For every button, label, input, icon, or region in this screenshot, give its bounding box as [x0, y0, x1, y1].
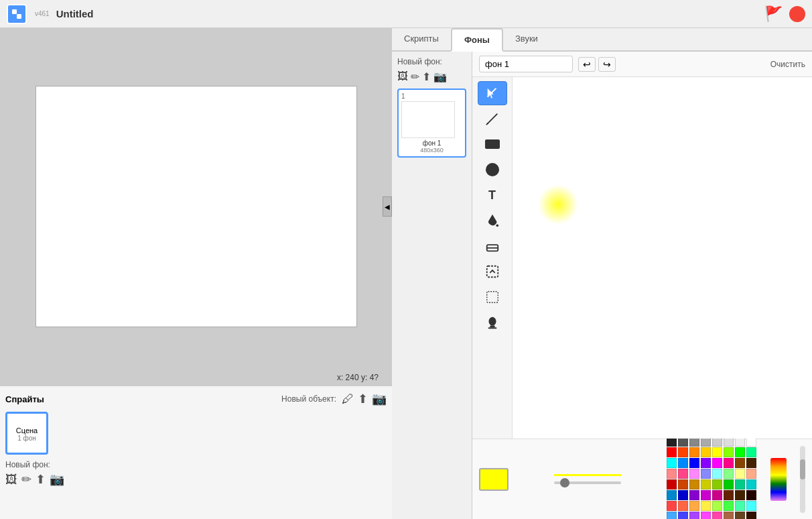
collapse-button[interactable]: ◀ [383, 196, 392, 217]
stamp-tool-button[interactable] [478, 310, 507, 335]
color-swatch[interactable] [724, 490, 734, 500]
color-swatch[interactable] [712, 501, 722, 511]
bg-image-icon[interactable]: 🖼 [5, 473, 17, 487]
stop-button[interactable] [789, 6, 805, 22]
tab-backdrops[interactable]: Фоны [451, 28, 503, 52]
pencil-tool-button[interactable] [478, 107, 507, 131]
color-swatch[interactable] [735, 490, 745, 500]
bg-camera-icon[interactable]: 📷 [50, 472, 64, 487]
color-swatch[interactable] [701, 479, 711, 489]
color-swatch[interactable] [667, 490, 677, 500]
svg-rect-13 [488, 327, 496, 329]
color-swatch[interactable] [746, 512, 756, 519]
color-swatch[interactable] [667, 447, 677, 457]
sprite-camera-icon[interactable]: 📷 [372, 392, 387, 406]
bd-paint-icon[interactable]: ✏ [411, 70, 419, 83]
backdrop-item[interactable]: 1 фон 1 480x360 [397, 89, 466, 158]
color-swatch[interactable] [678, 479, 688, 489]
color-swatch[interactable] [724, 501, 734, 511]
sprite-paint-icon[interactable]: 🖊 [342, 392, 354, 406]
color-swatch[interactable] [678, 458, 688, 468]
tab-sounds[interactable]: Звуки [503, 28, 550, 52]
color-swatch[interactable] [712, 469, 722, 479]
color-swatch[interactable] [689, 490, 699, 500]
color-swatch[interactable] [712, 458, 722, 468]
app-version: v461 [35, 10, 50, 17]
color-swatch[interactable] [701, 490, 711, 500]
color-swatch[interactable] [678, 512, 688, 519]
eraser-tool-button[interactable] [478, 234, 507, 258]
color-swatch[interactable] [689, 447, 699, 457]
color-swatch[interactable] [701, 458, 711, 468]
bg-upload-icon[interactable]: ⬆ [36, 472, 46, 487]
tab-scripts[interactable]: Скрипты [392, 28, 451, 52]
color-swatch[interactable] [746, 501, 756, 511]
backdrop-name-input[interactable] [479, 56, 573, 72]
bd-camera-icon[interactable]: 📷 [433, 70, 447, 83]
color-swatch[interactable] [712, 490, 722, 500]
bd-upload-icon[interactable]: ⬆ [422, 70, 431, 83]
brush-size-slider[interactable] [554, 481, 621, 484]
color-swatch[interactable] [712, 447, 722, 457]
color-swatch[interactable] [667, 469, 677, 479]
backdrop-icons: 🖼 ✏ ⬆ 📷 [397, 70, 466, 83]
redo-button[interactable]: ↪ [598, 57, 616, 72]
color-swatch[interactable] [689, 479, 699, 489]
color-swatch[interactable] [735, 469, 745, 479]
color-swatch[interactable] [746, 447, 756, 457]
right-panel: Скрипты Фоны Звуки Новый фон: 🖼 ✏ ⬆ 📷 1 … [392, 28, 812, 519]
selected-color-swatch[interactable] [479, 468, 509, 491]
color-swatch[interactable] [689, 469, 699, 479]
color-swatch[interactable] [746, 490, 756, 500]
color-swatch[interactable] [746, 469, 756, 479]
svg-rect-6 [496, 225, 498, 227]
color-swatch[interactable] [678, 469, 688, 479]
color-swatch[interactable] [667, 458, 677, 468]
color-swatch[interactable] [689, 501, 699, 511]
color-swatch[interactable] [724, 469, 734, 479]
sprite-upload-icon[interactable]: ⬆ [358, 392, 368, 406]
select-region-tool-button[interactable] [478, 260, 507, 284]
color-swatch[interactable] [735, 479, 745, 489]
color-swatch[interactable] [746, 479, 756, 489]
color-swatch[interactable] [724, 512, 734, 519]
color-swatch[interactable] [678, 447, 688, 457]
rainbow-color-button[interactable] [770, 458, 787, 501]
new-background-section: Новый фон: 🖼 ✏ ⬆ 📷 [5, 460, 387, 487]
canvas-area[interactable] [513, 77, 812, 439]
color-swatch[interactable] [701, 512, 711, 519]
color-swatch[interactable] [735, 512, 745, 519]
color-swatch[interactable] [667, 501, 677, 511]
color-swatch[interactable] [701, 501, 711, 511]
color-swatch[interactable] [712, 479, 722, 489]
fill-tool-button[interactable] [478, 209, 507, 233]
color-swatch[interactable] [701, 469, 711, 479]
color-swatch[interactable] [746, 458, 756, 468]
scene-thumbnail[interactable]: Сцена 1 фон [5, 412, 48, 455]
color-swatch[interactable] [735, 458, 745, 468]
color-swatch[interactable] [678, 490, 688, 500]
green-flag-button[interactable]: 🚩 [764, 5, 783, 23]
clear-button[interactable]: Очистить [770, 60, 805, 69]
color-swatch[interactable] [678, 501, 688, 511]
color-swatch[interactable] [689, 512, 699, 519]
undo-button[interactable]: ↩ [578, 57, 596, 72]
color-swatch[interactable] [735, 447, 745, 457]
bd-image-icon[interactable]: 🖼 [397, 70, 408, 83]
color-swatch[interactable] [724, 447, 734, 457]
palette-scrollbar[interactable] [800, 446, 805, 513]
color-swatch[interactable] [701, 447, 711, 457]
color-swatch[interactable] [667, 479, 677, 489]
color-swatch[interactable] [724, 479, 734, 489]
color-swatch[interactable] [724, 458, 734, 468]
bg-paint-icon[interactable]: ✏ [21, 472, 31, 487]
color-swatch[interactable] [689, 458, 699, 468]
ellipse-tool-button[interactable] [478, 158, 507, 182]
color-swatch[interactable] [735, 501, 745, 511]
rect-fill-tool-button[interactable] [478, 132, 507, 156]
color-swatch[interactable] [667, 512, 677, 519]
color-swatch[interactable] [712, 512, 722, 519]
text-tool-button[interactable]: T [478, 183, 507, 207]
select-tool-button[interactable] [478, 81, 507, 105]
marquee-tool-button[interactable] [478, 285, 507, 309]
